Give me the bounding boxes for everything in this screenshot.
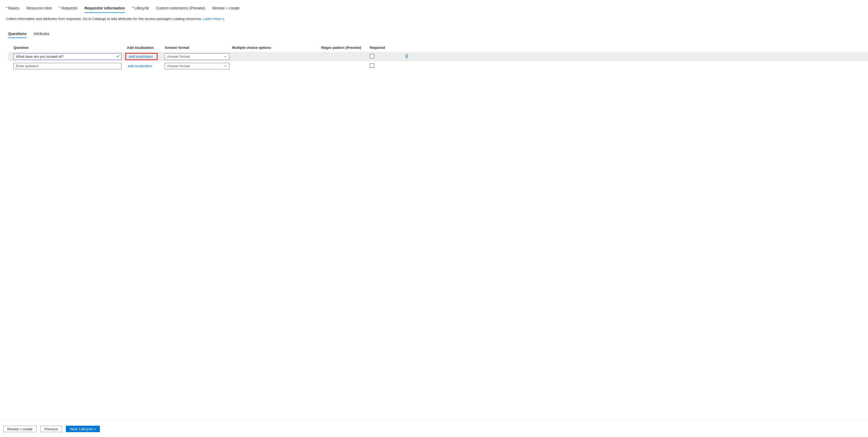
answer-format-select[interactable]: Answer format: [165, 54, 229, 60]
external-link-icon: [222, 18, 224, 21]
wizard-footer: Review + create Previous Next: Lifecycle…: [0, 421, 868, 437]
header-add-localization: Add localization: [127, 45, 165, 49]
tab-resource-roles[interactable]: Resource roles: [26, 6, 52, 13]
valid-check-icon: [116, 55, 120, 59]
header-question: Question: [13, 45, 127, 49]
learn-more-link[interactable]: Learn more: [203, 17, 224, 21]
question-input[interactable]: [13, 63, 121, 69]
add-localization-link[interactable]: add localization: [128, 54, 154, 59]
add-localization-link[interactable]: add localization: [127, 63, 153, 69]
subtab-attributes[interactable]: Attributes: [33, 32, 50, 38]
tab-review-create[interactable]: Review + create: [212, 6, 239, 13]
wizard-tabs: *Basics Resource roles *Requests Request…: [0, 0, 868, 13]
sub-tabs: Questions Attributes: [0, 21, 868, 38]
header-required: Required: [370, 45, 405, 49]
tab-lifecycle[interactable]: *Lifecycle: [132, 6, 149, 13]
tab-requests[interactable]: *Requests: [59, 6, 77, 13]
answer-format-select[interactable]: Answer format: [165, 63, 229, 69]
page-description: Collect information and attributes from …: [0, 13, 868, 21]
review-create-button[interactable]: Review + create: [3, 426, 37, 432]
previous-button[interactable]: Previous: [40, 426, 62, 432]
chevron-down-icon: [224, 64, 227, 68]
next-button[interactable]: Next: Lifecycle >: [66, 426, 100, 432]
chevron-down-icon: [224, 55, 227, 58]
header-regex: Regex pattern (Preview): [321, 45, 370, 49]
question-input[interactable]: [13, 54, 121, 60]
required-checkbox[interactable]: [370, 63, 374, 68]
questions-table: Question Add localization Answer format …: [0, 38, 868, 71]
tab-basics[interactable]: *Basics: [6, 6, 20, 13]
header-answer-format: Answer format: [165, 45, 232, 49]
add-localization-highlight: add localization: [125, 53, 158, 60]
subtab-questions[interactable]: Questions: [8, 32, 26, 38]
delete-icon[interactable]: [405, 54, 409, 58]
required-checkbox[interactable]: [370, 54, 374, 58]
question-row: add localization Answer format: [8, 61, 868, 71]
tab-custom-extensions[interactable]: Custom extensions (Preview): [156, 6, 205, 13]
tab-requestor-information[interactable]: Requestor information: [85, 6, 125, 13]
header-multiple-choice: Multiple choice options: [232, 45, 321, 49]
question-row: add localization Answer format: [8, 52, 868, 61]
